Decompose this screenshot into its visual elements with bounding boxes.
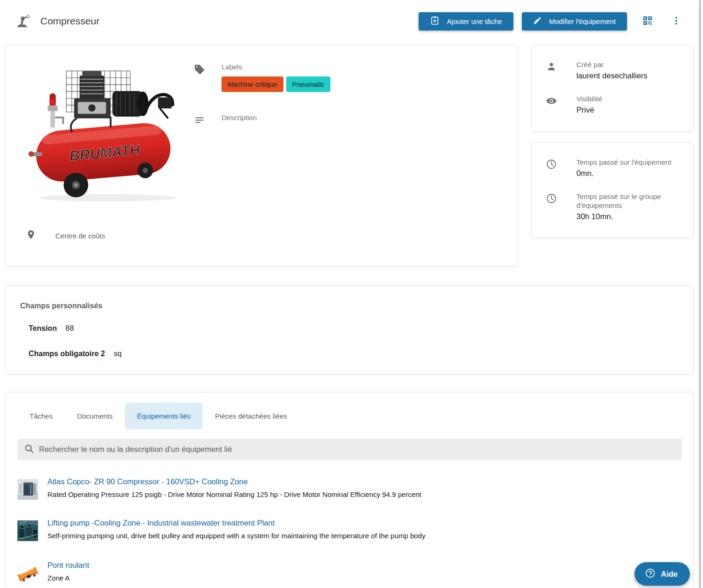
custom-field-tension: Tension 88 (29, 324, 679, 333)
custom-field-value: 88 (66, 324, 74, 332)
equipment-detail-page: Compresseur Ajouter une tâche Modifier l… (0, 0, 703, 588)
label-chip-machine-critique: Machine critique (222, 76, 283, 92)
created-by-row: Créé par laurent desechalliers (546, 60, 679, 80)
linked-equipment-text: Atlas Copco- ZR 90 Compressor - 160VSD+ … (47, 477, 421, 498)
cost-center-label: Centre de coûts (55, 232, 105, 240)
labels-row: Labels Machine critique Pneumatic (194, 63, 504, 92)
tab-pieces-detachees[interactable]: Pièces détachées liées (203, 403, 299, 429)
add-task-button[interactable]: Ajouter une tâche (419, 12, 513, 31)
help-button-label: Aide (661, 570, 678, 579)
custom-field-name: Tension (29, 324, 57, 332)
time-group-label: Temps passé sur le groupe d'équipements (576, 192, 675, 210)
custom-fields-title: Champs personnalisés (20, 302, 679, 310)
page-header: Compresseur Ajouter une tâche Modifier l… (0, 0, 703, 42)
robot-arm-icon (14, 13, 30, 29)
time-equipment-label: Temps passé sur l'équipement (576, 158, 671, 167)
equipment-info-column: Labels Machine critique Pneumatic (194, 57, 504, 242)
tag-icon (194, 63, 206, 92)
more-options-button[interactable] (668, 13, 684, 30)
linked-equipment-title[interactable]: Lifting pump -Cooling Zone - Industrial … (47, 519, 425, 527)
linked-equipment-description: Rated Operating Pressure 125 psigb - Dri… (47, 490, 421, 498)
page-title: Compresseur (40, 15, 99, 27)
clock-icon (546, 158, 557, 178)
linked-equipment-text: Lifting pump -Cooling Zone - Industrial … (47, 519, 425, 540)
custom-field-obligatoire: Champs obligatoire 2 sq (29, 350, 679, 358)
visibility-label: Visibilité (576, 94, 602, 103)
tabs-card: Tâches Documents Équipements liés Pièces… (6, 392, 694, 588)
description-lines-icon (194, 114, 206, 128)
custom-field-value: sq (114, 350, 122, 358)
equipment-thumbnail-compressor (17, 479, 38, 500)
equipment-photo: BRUMATH (23, 199, 187, 206)
overview-row: BRUMATH (6, 45, 694, 267)
custom-fields-card: Champs personnalisés Tension 88 Champs o… (6, 285, 694, 374)
linked-equipment-text: Pont roulant Zone A (47, 561, 89, 582)
person-icon (546, 60, 557, 80)
qr-code-icon (642, 15, 653, 28)
linked-equipment-row: Pont roulant Zone A (17, 561, 682, 583)
labels-title: Labels (222, 63, 330, 71)
description-row: Description (194, 114, 504, 128)
pencil-icon (533, 16, 542, 26)
sidebar: Créé par laurent desechalliers (531, 45, 694, 238)
visibility-row: Visibilité Privé (546, 94, 679, 115)
linked-equipment-row: Lifting pump -Cooling Zone - Industrial … (17, 519, 682, 541)
time-equipment-value: 0mn. (576, 169, 671, 178)
tab-documents[interactable]: Documents (65, 403, 125, 429)
label-chips: Machine critique Pneumatic (222, 76, 330, 92)
time-group-row: Temps passé sur le groupe d'équipements … (546, 192, 679, 221)
tab-taches[interactable]: Tâches (17, 403, 65, 429)
equipment-image-column: BRUMATH (19, 57, 194, 242)
linked-equipment-title[interactable]: Pont roulant (47, 561, 89, 570)
search-input[interactable] (39, 445, 675, 454)
edit-equipment-label: Modifier l'équipement (549, 17, 616, 25)
time-card: Temps passé sur l'équipement 0mn. (531, 142, 694, 238)
equipment-thumbnail-pump (17, 520, 38, 541)
label-chip-pneumatic: Pneumatic (286, 76, 331, 92)
linked-equipment-title[interactable]: Atlas Copco- ZR 90 Compressor - 160VSD+ … (47, 477, 421, 486)
edit-equipment-button[interactable]: Modifier l'équipement (522, 12, 627, 31)
equipment-thumbnail-crane (17, 563, 38, 583)
meta-card: Créé par laurent desechalliers (531, 45, 694, 132)
created-by-value: laurent desechalliers (576, 71, 647, 80)
visibility-value: Privé (576, 106, 602, 115)
search-icon (24, 443, 34, 456)
cost-center-row: Centre de coûts (26, 229, 194, 242)
qr-code-button[interactable] (639, 12, 656, 31)
clipboard-plus-icon (430, 15, 440, 27)
tabs-bar: Tâches Documents Équipements liés Pièces… (17, 403, 682, 429)
help-question-icon (645, 568, 656, 580)
kebab-menu-icon (671, 15, 681, 27)
eye-icon (546, 94, 557, 115)
tab-equipements-lies[interactable]: Équipements liés (125, 403, 203, 429)
location-pin-icon (26, 229, 36, 242)
linked-equipment-description: Self-priming pumping unit, drive belt pu… (47, 532, 425, 540)
created-by-label: Créé par (576, 60, 647, 69)
help-button[interactable]: Aide (634, 562, 690, 586)
content-area: BRUMATH (0, 42, 703, 588)
page-scrollbar[interactable] (699, 0, 701, 588)
linked-equipment-description: Zone A (47, 574, 89, 582)
add-task-label: Ajouter une tâche (447, 17, 502, 25)
clock-icon (546, 192, 557, 221)
time-equipment-row: Temps passé sur l'équipement 0mn. (546, 158, 679, 178)
equipment-overview-card: BRUMATH (6, 45, 518, 267)
custom-field-name: Champs obligatoire 2 (29, 350, 105, 358)
linked-equipment-row: Atlas Copco- ZR 90 Compressor - 160VSD+ … (17, 477, 682, 500)
linked-equipment-search (17, 439, 682, 460)
description-title: Description (222, 114, 257, 122)
time-group-value: 30h 10mn. (576, 212, 675, 221)
